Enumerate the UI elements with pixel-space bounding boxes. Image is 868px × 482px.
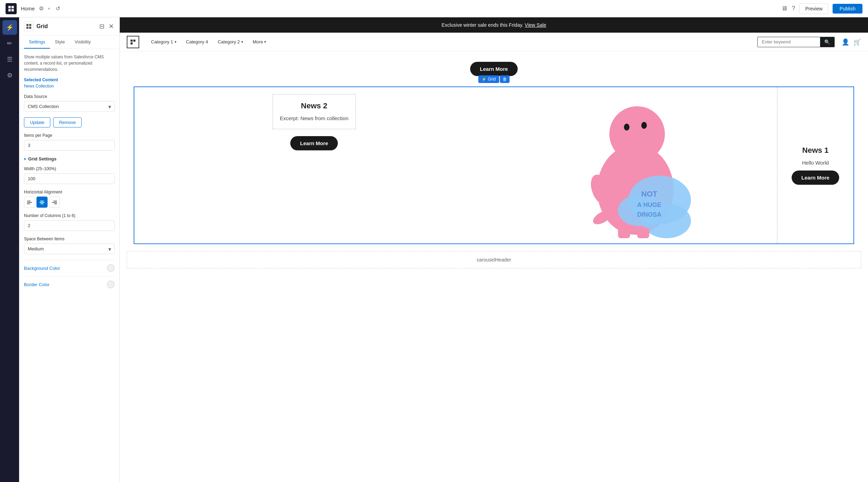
update-button[interactable]: Update (24, 117, 50, 127)
news2-excerpt: Excerpt: News from collection (280, 115, 349, 122)
border-color-swatch[interactable] (107, 281, 115, 288)
nav-item-more-label: More (253, 39, 263, 44)
svg-rect-26 (618, 228, 630, 238)
sidebar-item-edit[interactable]: ✏ (2, 36, 17, 51)
width-input[interactable]: 100 (24, 173, 115, 184)
nav-item-category2[interactable]: Category 2 ▾ (213, 34, 248, 50)
alignment-label: Horizontal Alignment (24, 190, 115, 194)
align-left-button[interactable] (24, 197, 35, 208)
sidebar-item-settings[interactable]: ⚙ (2, 68, 17, 83)
align-center-button[interactable] (36, 197, 48, 208)
panel-logo (24, 22, 34, 31)
svg-rect-1 (11, 6, 14, 8)
panel-header: Grid ⊟ ✕ (19, 17, 119, 36)
sidebar-item-components[interactable]: ☰ (2, 52, 17, 67)
svg-rect-27 (637, 228, 649, 238)
search-button[interactable]: 🔍 (820, 37, 834, 47)
carousel-header-area: carouselHeader (127, 251, 861, 268)
grid-settings-label: Grid Settings (28, 156, 57, 161)
svg-rect-2 (8, 9, 11, 11)
svg-rect-12 (54, 203, 57, 204)
update-remove-row: Update Remove (24, 117, 115, 127)
svg-text:NOT: NOT (641, 190, 658, 198)
grid-toolbar: ⚡ Grid 🗑 (478, 75, 510, 83)
publish-button[interactable]: Publish (833, 4, 862, 14)
left-sidebar: ⚡ ✏ ☰ ⚙ (0, 17, 19, 482)
remove-button[interactable]: Remove (53, 117, 82, 127)
svg-rect-0 (8, 6, 11, 8)
app-icon (6, 3, 17, 14)
dropdown-arrow[interactable]: ▾ (48, 6, 50, 11)
space-select-wrapper[interactable]: Medium Small Large (24, 243, 115, 254)
selected-content-label: Selected Content (24, 77, 115, 82)
grid-panel: Grid ⊟ ✕ Settings Style Visibility Show … (19, 17, 120, 482)
preview-button[interactable]: Preview (799, 3, 828, 14)
search-input[interactable] (758, 37, 820, 47)
content-area: Exclusive winter sale ends this Friday. … (120, 17, 868, 482)
grid-section-wrapper: ⚡ Grid 🗑 News 2 Excerpt: News from colle… (127, 86, 861, 244)
nav-item-category1[interactable]: Category 1 ▾ (146, 34, 181, 50)
tab-visibility[interactable]: Visibility (70, 36, 96, 49)
dino-area: NOT A HUGE DINOSA (494, 87, 777, 243)
items-per-page-group: Items per Page 3 (24, 133, 115, 151)
cart-icon[interactable]: 🛒 (853, 38, 861, 46)
svg-text:A HUGE: A HUGE (637, 201, 661, 208)
user-icon[interactable]: 👤 (842, 38, 849, 46)
monitor-icon[interactable]: 🖥 (781, 5, 787, 12)
svg-point-17 (641, 122, 647, 129)
nav-search: 🔍 👤 🛒 (757, 37, 861, 47)
grid-toolbar-label[interactable]: ⚡ Grid (478, 75, 499, 83)
nav-item-more[interactable]: More ▾ (248, 34, 271, 50)
news1-learn-more-button[interactable]: Learn More (792, 171, 839, 185)
columns-input[interactable]: 2 (24, 220, 115, 231)
tab-style[interactable]: Style (50, 36, 70, 49)
hero-learn-more-button[interactable]: Learn More (470, 62, 518, 76)
selected-content-group: Selected Content News Collection (24, 77, 115, 89)
tab-settings[interactable]: Settings (24, 36, 50, 49)
sidebar-item-lightning[interactable]: ⚡ (2, 20, 17, 35)
panel-body: Show multiple values from Salesforce CMS… (19, 49, 119, 482)
svg-rect-10 (53, 201, 57, 201)
svg-rect-6 (27, 203, 30, 204)
panel-description: Show multiple values from Salesforce CMS… (24, 54, 115, 73)
grid-toolbar-delete-button[interactable]: 🗑 (500, 75, 510, 83)
border-color-label: Border Color (24, 282, 50, 287)
main-layout: ⚡ ✏ ☰ ⚙ Grid ⊟ ✕ Settings Style Visibili… (0, 17, 868, 482)
space-select[interactable]: Medium Small Large (24, 243, 115, 254)
background-color-swatch[interactable] (107, 264, 115, 272)
settings-icon[interactable]: ⚙ (39, 5, 44, 12)
sale-banner: Exclusive winter sale ends this Friday. … (120, 17, 868, 33)
items-per-page-input[interactable]: 3 (24, 140, 115, 151)
panel-close-icon[interactable]: ✕ (108, 22, 115, 31)
data-source-select-wrapper[interactable]: CMS Collection (24, 101, 115, 112)
news2-learn-more-button[interactable]: Learn More (290, 136, 338, 150)
nav-item-category2-label: Category 2 (218, 39, 240, 44)
svg-point-18 (630, 140, 644, 149)
nav-item-category4[interactable]: Category 4 (181, 34, 213, 50)
panel-collapse-icon[interactable]: ⊟ (99, 22, 105, 31)
alignment-group: Horizontal Alignment (24, 190, 115, 208)
background-color-row: Background Color (24, 260, 115, 276)
view-sale-link[interactable]: View Sale (525, 22, 546, 28)
help-icon[interactable]: ? (792, 5, 795, 12)
svg-rect-15 (621, 148, 649, 169)
items-per-page-label: Items per Page (24, 133, 115, 138)
svg-rect-7 (40, 201, 44, 201)
news2-title: News 2 (301, 101, 327, 110)
nav-chevron-category1: ▾ (175, 40, 176, 44)
grid-settings-toggle[interactable]: ▾ Grid Settings (24, 156, 115, 161)
news1-card: News 1 Hello World Learn More (777, 87, 853, 243)
grid-content: News 2 Excerpt: News from collection Lea… (134, 87, 853, 243)
data-source-select[interactable]: CMS Collection (24, 101, 115, 112)
sale-banner-text: Exclusive winter sale ends this Friday. (442, 22, 524, 28)
topbar: Home ⚙ ▾ ↺ 🖥 ? Preview Publish (0, 0, 868, 17)
refresh-icon[interactable]: ↺ (56, 5, 60, 12)
nav-items: Category 1 ▾ Category 4 Category 2 ▾ Mor… (146, 34, 757, 50)
background-color-label: Background Color (24, 266, 60, 271)
data-source-label: Data Source (24, 94, 115, 99)
alignment-row (24, 197, 115, 208)
news1-title: News 1 (802, 146, 829, 155)
align-right-button[interactable] (49, 197, 60, 208)
nav-logo (127, 36, 139, 48)
grid-section: News 2 Excerpt: News from collection Lea… (134, 86, 854, 244)
